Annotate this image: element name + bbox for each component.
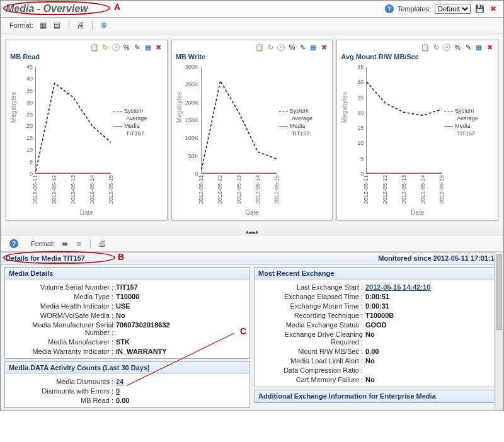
y-tick: 15	[357, 125, 364, 131]
kv-key: Exchange Elapsed Time :	[258, 293, 365, 300]
chart-panel: 📋↻🕒%✎▦✖Avg Mount R/W MB/SecMegabytes0510…	[336, 40, 498, 220]
format-label: Format:	[9, 21, 33, 29]
y-tick: 35	[357, 64, 364, 70]
kv-row: Volume Serial Number :TIT157	[9, 282, 246, 292]
exchange-heading: Most Recent Exchange	[255, 268, 499, 280]
kv-key: Dismounts with Errors :	[9, 387, 116, 395]
refresh-icon[interactable]: ↻	[101, 43, 110, 52]
details-title: Details for Media TIT157	[6, 254, 85, 262]
details-header: Details for Media TIT157 Monitored since…	[1, 252, 503, 264]
exchange-section: Most Recent Exchange Last Exchange Start…	[254, 267, 500, 387]
x-tick: 2012-05-12	[382, 175, 388, 204]
kv-value: 0:00:51	[365, 293, 389, 300]
y-tick: 250K	[185, 81, 198, 88]
kv-value: No	[365, 331, 375, 346]
kv-value: No	[365, 357, 375, 365]
close-icon[interactable]: ✖	[154, 43, 163, 52]
delete-template-icon[interactable]: ✖	[488, 4, 498, 14]
chart-type-icon[interactable]: ▦	[474, 43, 483, 52]
edit-icon[interactable]: ✎	[298, 43, 307, 52]
kv-key: Mount R/W MB/Sec :	[258, 348, 365, 355]
format-toolbar-top: Format: ▦ ▤ 🖨 ⊕	[1, 18, 503, 33]
print-icon[interactable]: 🖨	[97, 239, 107, 249]
compact-view-icon[interactable]: ≡	[74, 239, 84, 249]
kv-row: Media Load Limit Alert :No	[258, 356, 495, 365]
y-tick: 100K	[185, 135, 198, 141]
kv-value: No	[365, 376, 375, 383]
chart-title: Avg Mount R/W MB/Sec	[341, 53, 494, 60]
x-tick: 2012-05-14	[420, 175, 426, 204]
kv-key: Volume Serial Number :	[9, 283, 116, 291]
kv-value: GOOD	[365, 321, 387, 329]
y-tick: 200K	[185, 99, 198, 106]
kv-row: Exchange Mount Time :0:00:31	[258, 301, 495, 310]
monitored-since: Monitored since 2012-05-11 17:01:16	[378, 254, 498, 262]
percent-icon[interactable]: %	[453, 43, 462, 52]
copy-icon[interactable]: 📋	[90, 43, 99, 52]
kv-value[interactable]: 24	[116, 378, 123, 385]
refresh-icon[interactable]: ↻	[266, 43, 275, 52]
templates-select[interactable]: Default	[435, 4, 471, 14]
kv-row: Dismounts with Errors :0	[9, 386, 246, 395]
kv-key: Media Type :	[9, 293, 116, 300]
chart-type-icon[interactable]: ▦	[144, 43, 152, 52]
vertical-scrollbar[interactable]	[494, 252, 503, 411]
kv-key: Media Load Limit Alert :	[258, 357, 365, 365]
format-label: Format:	[31, 240, 55, 247]
media-details-heading: Media Details	[5, 268, 249, 280]
row-view-icon[interactable]: ▤	[52, 20, 62, 30]
kv-key: Data Compression Ratio :	[258, 366, 365, 374]
percent-icon[interactable]: %	[122, 43, 131, 52]
kv-value: 0.00	[365, 348, 379, 355]
kv-row: WORM/VolSafe Media :No	[9, 310, 246, 320]
help-icon[interactable]: ?	[385, 4, 394, 13]
kv-row: Exchange Drive Cleaning Required :No	[258, 329, 495, 346]
kv-key: Media Health Indicator :	[9, 302, 116, 310]
history-icon[interactable]: 🕒	[442, 43, 451, 52]
kv-value: STK	[116, 338, 130, 346]
percent-icon[interactable]: %	[287, 43, 296, 52]
kv-row: Last Exchange Start :2012-05-15 14:42:10	[258, 282, 495, 292]
splitter-handle[interactable]: ▴▬▴	[1, 227, 503, 236]
help-icon[interactable]: ?	[9, 239, 18, 248]
list-view-icon[interactable]: ≣	[60, 239, 70, 249]
charts-row: 📋↻🕒%✎▦✖MB ReadMegabytes05101520253035404…	[1, 33, 503, 227]
close-icon[interactable]: ✖	[319, 43, 328, 52]
x-tick: 2012-05-14	[89, 175, 95, 204]
add-panel-icon[interactable]: ⊕	[99, 20, 109, 30]
save-template-icon[interactable]: 💾	[474, 4, 484, 14]
print-icon[interactable]: 🖨	[76, 20, 86, 30]
y-tick: 25	[26, 111, 33, 118]
callout-a-label: A	[114, 2, 120, 12]
copy-icon[interactable]: 📋	[421, 43, 430, 52]
chart-title: MB Write	[176, 53, 329, 60]
close-icon[interactable]: ✖	[485, 43, 494, 52]
kv-row: Mount R/W MB/Sec :0.00	[258, 346, 495, 356]
x-axis-label: Date	[176, 209, 329, 216]
edit-icon[interactable]: ✎	[464, 43, 472, 52]
history-icon[interactable]: 🕒	[277, 43, 285, 52]
refresh-icon[interactable]: ↻	[432, 43, 440, 52]
copy-icon[interactable]: 📋	[255, 43, 264, 52]
kv-key: Media Manufacturer Serial Number :	[9, 321, 116, 336]
y-tick: 50K	[188, 153, 198, 159]
callout-b-label: B	[118, 252, 124, 262]
callout-c-label: C	[240, 326, 246, 336]
kv-value[interactable]: 2012-05-15 14:42:10	[365, 283, 430, 291]
y-tick: 5	[360, 156, 364, 162]
edit-icon[interactable]: ✎	[133, 43, 142, 52]
templates-label: Templates:	[398, 5, 431, 13]
additional-heading: Additional Exchange Information for Ente…	[255, 390, 499, 402]
x-tick: 2012-05-14	[255, 175, 261, 204]
kv-value: T10000	[116, 293, 139, 300]
history-icon[interactable]: 🕒	[112, 43, 120, 52]
x-tick: 2012-05-15	[273, 175, 280, 204]
x-tick: 2012-05-11	[363, 175, 369, 204]
grid-view-icon[interactable]: ▦	[38, 20, 49, 30]
kv-key: Media Exchange Status :	[258, 321, 365, 329]
chart-type-icon[interactable]: ▦	[309, 43, 318, 52]
kv-value[interactable]: 0	[116, 387, 120, 395]
y-tick: 25	[357, 94, 364, 101]
kv-value: TIT157	[116, 283, 138, 291]
kv-value: T10000B	[365, 312, 394, 319]
